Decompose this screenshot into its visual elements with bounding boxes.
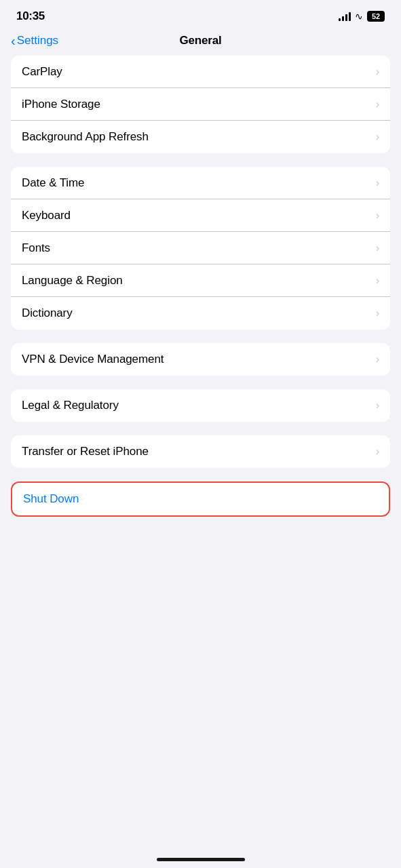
settings-group-5: Transfer or Reset iPhone ›	[11, 435, 390, 468]
row-label-dictionary: Dictionary	[22, 307, 73, 320]
status-bar: 10:35 ∿ 52	[0, 0, 401, 28]
list-item[interactable]: CarPlay ›	[11, 56, 390, 88]
list-item[interactable]: Keyboard ›	[11, 199, 390, 232]
chevron-right-icon: ›	[376, 131, 379, 143]
row-label-fonts: Fonts	[22, 241, 50, 255]
list-item[interactable]: Legal & Regulatory ›	[11, 389, 390, 422]
status-time: 10:35	[16, 9, 45, 23]
chevron-right-icon: ›	[376, 98, 379, 111]
settings-group-3: VPN & Device Management ›	[11, 343, 390, 376]
settings-group-4: Legal & Regulatory ›	[11, 389, 390, 422]
list-item[interactable]: Dictionary ›	[11, 297, 390, 330]
row-label-date-time: Date & Time	[22, 176, 84, 190]
shut-down-button[interactable]: Shut Down	[12, 483, 389, 515]
back-button[interactable]: ‹ Settings	[11, 34, 58, 47]
wifi-icon: ∿	[355, 11, 363, 22]
chevron-right-icon: ›	[376, 446, 379, 458]
chevron-right-icon: ›	[376, 307, 379, 319]
navigation-bar: ‹ Settings General	[0, 28, 401, 56]
signal-icon	[339, 12, 351, 21]
row-label-language-region: Language & Region	[22, 274, 123, 288]
chevron-right-icon: ›	[376, 66, 379, 78]
settings-group-6: Shut Down	[12, 483, 389, 515]
page-title: General	[180, 34, 222, 47]
row-label-legal: Legal & Regulatory	[22, 399, 119, 412]
chevron-right-icon: ›	[376, 210, 379, 222]
chevron-right-icon: ›	[376, 177, 379, 189]
list-item[interactable]: Fonts ›	[11, 232, 390, 264]
back-label: Settings	[17, 34, 58, 47]
section-legal: Legal & Regulatory ›	[11, 389, 390, 422]
row-label-transfer-reset: Transfer or Reset iPhone	[22, 445, 149, 458]
chevron-right-icon: ›	[376, 353, 379, 366]
list-item[interactable]: Background App Refresh ›	[11, 121, 390, 153]
settings-group-1: CarPlay › iPhone Storage › Background Ap…	[11, 56, 390, 153]
status-icons: ∿ 52	[339, 11, 385, 22]
back-chevron-icon: ‹	[11, 34, 16, 47]
list-item[interactable]: VPN & Device Management ›	[11, 343, 390, 376]
section-locale: Date & Time › Keyboard › Fonts › Languag…	[11, 167, 390, 330]
list-item[interactable]: Date & Time ›	[11, 167, 390, 199]
section-carplay-storage: CarPlay › iPhone Storage › Background Ap…	[11, 56, 390, 153]
section-transfer: Transfer or Reset iPhone ›	[11, 435, 390, 468]
settings-group-2: Date & Time › Keyboard › Fonts › Languag…	[11, 167, 390, 330]
chevron-right-icon: ›	[376, 399, 379, 412]
settings-content: CarPlay › iPhone Storage › Background Ap…	[0, 56, 401, 530]
row-label-background-refresh: Background App Refresh	[22, 130, 149, 144]
list-item[interactable]: Language & Region ›	[11, 264, 390, 297]
row-label-vpn: VPN & Device Management	[22, 353, 164, 366]
chevron-right-icon: ›	[376, 242, 379, 254]
home-bar	[157, 858, 245, 861]
chevron-right-icon: ›	[376, 275, 379, 287]
section-vpn: VPN & Device Management ›	[11, 343, 390, 376]
row-label-keyboard: Keyboard	[22, 209, 71, 222]
battery-indicator: 52	[367, 11, 385, 22]
home-indicator	[0, 844, 401, 868]
list-item[interactable]: Transfer or Reset iPhone ›	[11, 435, 390, 468]
list-item[interactable]: iPhone Storage ›	[11, 88, 390, 121]
row-label-carplay: CarPlay	[22, 65, 62, 79]
row-label-iphone-storage: iPhone Storage	[22, 98, 100, 111]
section-shutdown: Shut Down	[11, 481, 390, 517]
row-label-shutdown: Shut Down	[23, 492, 79, 506]
